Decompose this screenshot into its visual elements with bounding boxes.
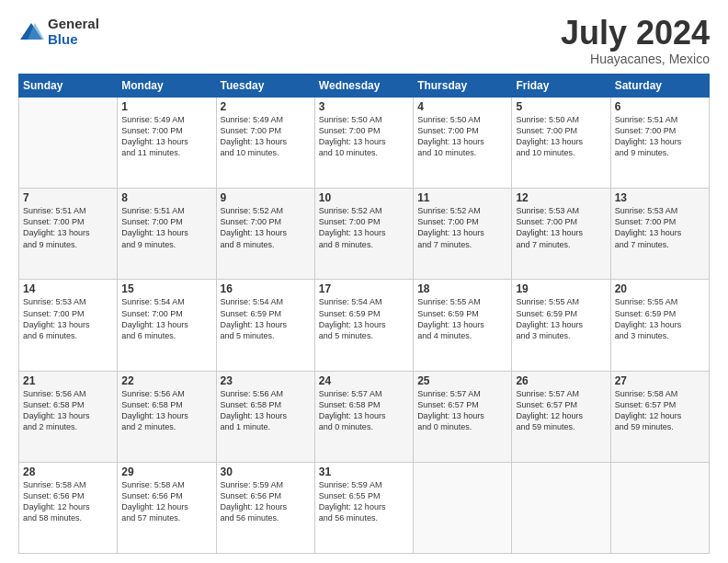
day-number: 7: [23, 191, 113, 204]
calendar-cell: 2Sunrise: 5:49 AM Sunset: 7:00 PM Daylig…: [216, 98, 314, 189]
calendar-cell: 21Sunrise: 5:56 AM Sunset: 6:58 PM Dayli…: [19, 371, 118, 462]
calendar-cell: 23Sunrise: 5:56 AM Sunset: 6:58 PM Dayli…: [216, 371, 314, 462]
day-info: Sunrise: 5:57 AM Sunset: 6:58 PM Dayligh…: [319, 388, 409, 433]
day-info: Sunrise: 5:58 AM Sunset: 6:56 PM Dayligh…: [121, 479, 211, 524]
day-number: 26: [516, 374, 606, 387]
calendar-cell: 11Sunrise: 5:52 AM Sunset: 7:00 PM Dayli…: [414, 189, 512, 280]
day-info: Sunrise: 5:51 AM Sunset: 7:00 PM Dayligh…: [615, 114, 705, 159]
day-header-wednesday: Wednesday: [314, 75, 413, 98]
day-number: 2: [221, 100, 311, 113]
day-number: 12: [516, 191, 606, 204]
location: Huayacanes, Mexico: [561, 52, 710, 66]
day-info: Sunrise: 5:56 AM Sunset: 6:58 PM Dayligh…: [221, 388, 311, 433]
day-info: Sunrise: 5:53 AM Sunset: 7:00 PM Dayligh…: [516, 205, 606, 250]
logo-icon: [18, 19, 44, 45]
page: General Blue July 2024 Huayacanes, Mexic…: [0, 0, 728, 563]
day-info: Sunrise: 5:56 AM Sunset: 6:58 PM Dayligh…: [121, 388, 211, 433]
calendar-cell: 5Sunrise: 5:50 AM Sunset: 7:00 PM Daylig…: [512, 98, 610, 189]
day-info: Sunrise: 5:53 AM Sunset: 7:00 PM Dayligh…: [23, 296, 113, 341]
calendar-cell: 31Sunrise: 5:59 AM Sunset: 6:55 PM Dayli…: [314, 462, 413, 553]
logo-general-label: General: [48, 17, 99, 32]
calendar-cell: 24Sunrise: 5:57 AM Sunset: 6:58 PM Dayli…: [314, 371, 413, 462]
day-info: Sunrise: 5:49 AM Sunset: 7:00 PM Dayligh…: [221, 114, 311, 159]
day-number: 21: [23, 374, 113, 387]
day-info: Sunrise: 5:51 AM Sunset: 7:00 PM Dayligh…: [121, 205, 211, 250]
calendar-cell: 10Sunrise: 5:52 AM Sunset: 7:00 PM Dayli…: [314, 189, 413, 280]
day-number: 16: [221, 282, 311, 295]
day-number: 9: [221, 191, 311, 204]
day-info: Sunrise: 5:55 AM Sunset: 6:59 PM Dayligh…: [615, 296, 705, 341]
calendar-cell: 3Sunrise: 5:50 AM Sunset: 7:00 PM Daylig…: [314, 98, 413, 189]
calendar-cell: 12Sunrise: 5:53 AM Sunset: 7:00 PM Dayli…: [512, 189, 610, 280]
day-number: 3: [319, 100, 409, 113]
day-info: Sunrise: 5:59 AM Sunset: 6:55 PM Dayligh…: [319, 479, 409, 524]
month-title: July 2024: [561, 17, 710, 50]
calendar-cell: 1Sunrise: 5:49 AM Sunset: 7:00 PM Daylig…: [118, 98, 216, 189]
day-info: Sunrise: 5:58 AM Sunset: 6:57 PM Dayligh…: [615, 388, 705, 433]
day-number: 28: [23, 465, 113, 478]
calendar-cell: 30Sunrise: 5:59 AM Sunset: 6:56 PM Dayli…: [216, 462, 314, 553]
calendar-week-row: 21Sunrise: 5:56 AM Sunset: 6:58 PM Dayli…: [19, 371, 710, 462]
day-number: 19: [516, 282, 606, 295]
day-number: 1: [121, 100, 211, 113]
day-info: Sunrise: 5:50 AM Sunset: 7:00 PM Dayligh…: [516, 114, 606, 159]
day-header-saturday: Saturday: [610, 75, 709, 98]
calendar-week-row: 28Sunrise: 5:58 AM Sunset: 6:56 PM Dayli…: [19, 462, 710, 553]
day-number: 17: [319, 282, 409, 295]
day-number: 25: [417, 374, 507, 387]
calendar-cell: 15Sunrise: 5:54 AM Sunset: 7:00 PM Dayli…: [118, 280, 216, 371]
logo-blue-label: Blue: [48, 32, 99, 48]
calendar-cell: 13Sunrise: 5:53 AM Sunset: 7:00 PM Dayli…: [610, 189, 709, 280]
calendar-cell: [610, 462, 709, 553]
logo: General Blue: [18, 17, 99, 47]
calendar-header-row: SundayMondayTuesdayWednesdayThursdayFrid…: [19, 75, 710, 98]
day-header-thursday: Thursday: [414, 75, 512, 98]
calendar-cell: 22Sunrise: 5:56 AM Sunset: 6:58 PM Dayli…: [118, 371, 216, 462]
day-number: 27: [615, 374, 705, 387]
day-info: Sunrise: 5:50 AM Sunset: 7:00 PM Dayligh…: [417, 114, 507, 159]
day-info: Sunrise: 5:55 AM Sunset: 6:59 PM Dayligh…: [516, 296, 606, 341]
day-header-sunday: Sunday: [19, 75, 118, 98]
day-info: Sunrise: 5:49 AM Sunset: 7:00 PM Dayligh…: [121, 114, 211, 159]
day-number: 18: [417, 282, 507, 295]
day-number: 11: [417, 191, 507, 204]
calendar-cell: 6Sunrise: 5:51 AM Sunset: 7:00 PM Daylig…: [610, 98, 709, 189]
calendar-cell: 17Sunrise: 5:54 AM Sunset: 6:59 PM Dayli…: [314, 280, 413, 371]
day-info: Sunrise: 5:52 AM Sunset: 7:00 PM Dayligh…: [221, 205, 311, 250]
calendar-week-row: 1Sunrise: 5:49 AM Sunset: 7:00 PM Daylig…: [19, 98, 710, 189]
day-number: 20: [615, 282, 705, 295]
calendar-cell: 18Sunrise: 5:55 AM Sunset: 6:59 PM Dayli…: [414, 280, 512, 371]
day-number: 14: [23, 282, 113, 295]
day-number: 15: [121, 282, 211, 295]
calendar-cell: 19Sunrise: 5:55 AM Sunset: 6:59 PM Dayli…: [512, 280, 610, 371]
day-number: 24: [319, 374, 409, 387]
day-number: 29: [121, 465, 211, 478]
day-number: 31: [319, 465, 409, 478]
calendar-cell: 20Sunrise: 5:55 AM Sunset: 6:59 PM Dayli…: [610, 280, 709, 371]
calendar-table: SundayMondayTuesdayWednesdayThursdayFrid…: [18, 74, 710, 554]
calendar-cell: 4Sunrise: 5:50 AM Sunset: 7:00 PM Daylig…: [414, 98, 512, 189]
calendar-cell: 8Sunrise: 5:51 AM Sunset: 7:00 PM Daylig…: [118, 189, 216, 280]
day-info: Sunrise: 5:52 AM Sunset: 7:00 PM Dayligh…: [417, 205, 507, 250]
day-header-monday: Monday: [118, 75, 216, 98]
day-number: 4: [417, 100, 507, 113]
day-info: Sunrise: 5:54 AM Sunset: 6:59 PM Dayligh…: [221, 296, 311, 341]
calendar-week-row: 7Sunrise: 5:51 AM Sunset: 7:00 PM Daylig…: [19, 189, 710, 280]
day-info: Sunrise: 5:50 AM Sunset: 7:00 PM Dayligh…: [319, 114, 409, 159]
day-header-friday: Friday: [512, 75, 610, 98]
day-info: Sunrise: 5:57 AM Sunset: 6:57 PM Dayligh…: [516, 388, 606, 433]
calendar-cell: [512, 462, 610, 553]
calendar-cell: 29Sunrise: 5:58 AM Sunset: 6:56 PM Dayli…: [118, 462, 216, 553]
day-info: Sunrise: 5:52 AM Sunset: 7:00 PM Dayligh…: [319, 205, 409, 250]
logo-text: General Blue: [48, 17, 99, 47]
calendar-cell: 14Sunrise: 5:53 AM Sunset: 7:00 PM Dayli…: [19, 280, 118, 371]
calendar-week-row: 14Sunrise: 5:53 AM Sunset: 7:00 PM Dayli…: [19, 280, 710, 371]
calendar-cell: 16Sunrise: 5:54 AM Sunset: 6:59 PM Dayli…: [216, 280, 314, 371]
day-info: Sunrise: 5:51 AM Sunset: 7:00 PM Dayligh…: [23, 205, 113, 250]
day-info: Sunrise: 5:54 AM Sunset: 6:59 PM Dayligh…: [319, 296, 409, 341]
day-number: 5: [516, 100, 606, 113]
day-number: 30: [221, 465, 311, 478]
day-info: Sunrise: 5:56 AM Sunset: 6:58 PM Dayligh…: [23, 388, 113, 433]
day-header-tuesday: Tuesday: [216, 75, 314, 98]
day-number: 6: [615, 100, 705, 113]
